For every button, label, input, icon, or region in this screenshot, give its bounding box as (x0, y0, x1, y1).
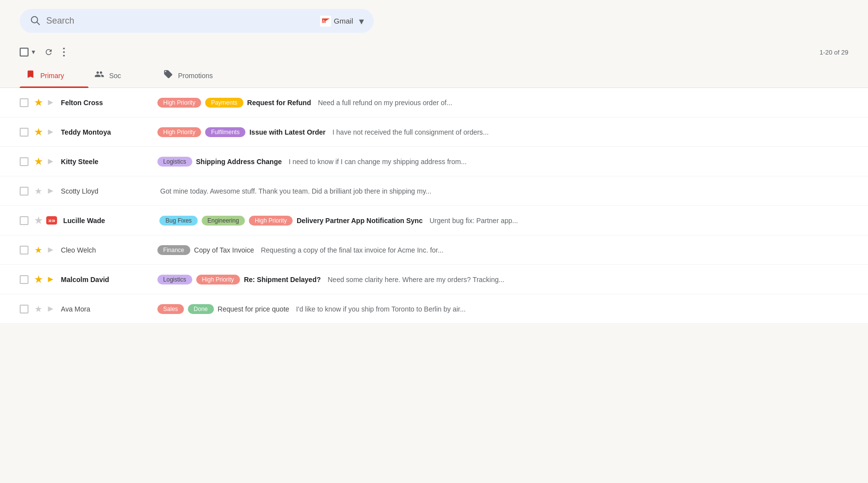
tab-social-label: Soc (109, 72, 121, 80)
email-preview: Urgent bug fix: Partner app... (429, 217, 518, 225)
email-tag: Payments (205, 98, 243, 108)
tab-social[interactable]: Soc (89, 62, 157, 87)
sender-name: Kitty Steele (61, 158, 150, 166)
tab-promotions-label: Promotions (178, 72, 213, 80)
tab-promotions[interactable]: Promotions (157, 62, 227, 87)
row-checkbox[interactable] (20, 98, 29, 107)
primary-tab-icon (26, 69, 35, 82)
sender-name: Lucille Wade (63, 217, 151, 225)
email-row[interactable]: ★►Teddy MontoyaHigh PriorityFulfilmentsI… (0, 117, 868, 147)
email-count: 1-20 of 29 (819, 49, 848, 56)
star-icon[interactable]: ★ (34, 304, 42, 314)
search-bar-wrapper: M Gmail ▾ (0, 0, 868, 42)
email-subject: Delivery Partner App Notification Sync (297, 217, 422, 225)
email-subject: Shipping Address Change (196, 158, 282, 166)
snooze-icon[interactable]: ► (46, 186, 55, 196)
email-tag: Finance (157, 245, 190, 255)
email-preview: I need to know if I can change my shippi… (289, 158, 467, 166)
star-icon[interactable]: ★ (34, 274, 42, 285)
star-icon[interactable]: ★ (34, 97, 42, 108)
search-input[interactable] (46, 16, 310, 26)
more-options-button[interactable] (60, 45, 68, 59)
email-preview: I'd like to know if you ship from Toront… (296, 305, 466, 313)
sender-name: Scotty Lloyd (61, 187, 150, 195)
svg-line-1 (37, 22, 39, 25)
star-icon[interactable]: ★ (34, 127, 42, 138)
email-subject: Copy of Tax Invoice (194, 246, 254, 254)
star-icon[interactable]: ★ (34, 186, 42, 197)
email-preview: Got mine today. Awesome stuff. Thank you… (160, 187, 431, 195)
email-row[interactable]: ★»»Lucille WadeBug FixesEngineeringHigh … (0, 206, 868, 235)
tags-subject-area: High PriorityPaymentsRequest for Refund … (157, 98, 848, 108)
gmail-icon: M (320, 16, 331, 27)
email-row[interactable]: ★►Ava MoraSalesDoneRequest for price quo… (0, 294, 868, 324)
tab-primary-label: Primary (40, 72, 64, 80)
snooze-icon[interactable]: ► (46, 127, 55, 137)
svg-point-6 (63, 55, 65, 57)
snooze-icon[interactable]: ► (46, 245, 55, 255)
email-preview: I have not received the full consignment… (332, 128, 489, 136)
select-all-checkbox[interactable] (20, 48, 29, 57)
email-subject: Request for price quote (218, 305, 290, 313)
sender-name: Teddy Montoya (61, 128, 150, 136)
tags-subject-area: LogisticsShipping Address Change I need … (157, 157, 848, 167)
search-icon (30, 15, 40, 27)
tags-subject-area: Got mine today. Awesome stuff. Thank you… (157, 187, 848, 195)
snooze-icon[interactable]: ► (46, 274, 55, 284)
email-tag: High Priority (196, 275, 240, 284)
tags-subject-area: High PriorityFulfilmentsIssue with Lates… (157, 127, 848, 137)
email-row[interactable]: ★►Scotty LloydGot mine today. Awesome st… (0, 176, 868, 206)
email-subject: Issue with Latest Order (249, 128, 326, 136)
svg-point-5 (63, 51, 65, 53)
select-chevron-icon[interactable]: ▼ (30, 48, 37, 57)
svg-text:M: M (322, 18, 326, 24)
star-icon[interactable]: ★ (34, 156, 42, 167)
email-tag: Engineering (202, 216, 245, 226)
tags-subject-area: LogisticsHigh PriorityRe: Shipment Delay… (157, 275, 848, 284)
sender-name: Ava Mora (61, 305, 150, 313)
tags-subject-area: SalesDoneRequest for price quote I'd lik… (157, 304, 848, 314)
email-tag: High Priority (157, 127, 201, 137)
gmail-logo: M Gmail (320, 16, 353, 27)
email-tag: Bug Fixes (159, 216, 197, 226)
tabs: Primary Soc Promotions (0, 62, 868, 88)
promotions-tab-icon (163, 69, 173, 82)
sender-name: Malcolm David (61, 276, 150, 284)
row-checkbox[interactable] (20, 246, 29, 255)
email-list: ★►Felton CrossHigh PriorityPaymentsReque… (0, 88, 868, 324)
select-all-wrap[interactable]: ▼ (20, 48, 37, 57)
email-tag: High Priority (249, 216, 293, 226)
email-preview: Need some clarity here. Where are my ord… (328, 276, 504, 284)
row-checkbox[interactable] (20, 216, 29, 225)
email-row[interactable]: ★►Kitty SteeleLogisticsShipping Address … (0, 147, 868, 176)
row-checkbox[interactable] (20, 157, 29, 166)
refresh-button[interactable] (41, 45, 56, 59)
tags-subject-area: FinanceCopy of Tax Invoice Requesting a … (157, 245, 848, 255)
snooze-icon[interactable]: ► (46, 156, 55, 167)
toolbar: ▼ 1-20 of 29 (0, 42, 868, 62)
row-checkbox[interactable] (20, 128, 29, 137)
email-row[interactable]: ★►Felton CrossHigh PriorityPaymentsReque… (0, 88, 868, 117)
email-preview: Requesting a copy of the final tax invoi… (261, 246, 443, 254)
email-preview: Need a full refund on my previous order … (318, 99, 452, 107)
email-tag: Done (188, 304, 214, 314)
search-bar[interactable]: M Gmail ▾ (20, 9, 374, 33)
star-icon[interactable]: ★ (34, 215, 42, 226)
row-checkbox[interactable] (20, 275, 29, 284)
email-subject: Request for Refund (247, 99, 311, 107)
email-tag: Sales (157, 304, 184, 314)
email-subject: Re: Shipment Delayed? (244, 276, 321, 284)
email-tag: Logistics (157, 275, 192, 284)
email-row[interactable]: ★►Cleo WelchFinanceCopy of Tax Invoice R… (0, 235, 868, 265)
search-dropdown-icon[interactable]: ▾ (359, 15, 364, 27)
row-checkbox[interactable] (20, 305, 29, 313)
star-icon[interactable]: ★ (34, 245, 42, 256)
email-tag: Logistics (157, 157, 192, 167)
snooze-icon[interactable]: »» (46, 216, 57, 225)
snooze-icon[interactable]: ► (46, 97, 55, 108)
tab-primary[interactable]: Primary (20, 62, 89, 87)
sender-name: Felton Cross (61, 99, 150, 107)
row-checkbox[interactable] (20, 187, 29, 196)
email-row[interactable]: ★►Malcolm DavidLogisticsHigh PriorityRe:… (0, 265, 868, 294)
snooze-icon[interactable]: ► (46, 304, 55, 314)
